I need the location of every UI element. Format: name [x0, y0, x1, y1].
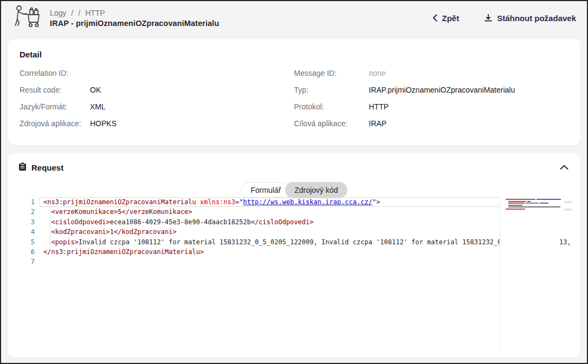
- minimap-line: [500, 209, 574, 210]
- tab-formular[interactable]: Formulář: [241, 182, 290, 198]
- code-line5-clipped-tail: 13,: [559, 237, 571, 247]
- minimap-line: [500, 206, 574, 207]
- detail-card: Detail Correlation ID:Result code:OKJazy…: [8, 39, 580, 145]
- minimap-line: [500, 201, 574, 202]
- field-value: XML: [90, 102, 106, 111]
- code-text: <kodZpracovani>1</kodZpracovani>: [35, 227, 177, 237]
- code-text: <verzeKomunikace>5</verzeKomunikace>: [35, 207, 192, 217]
- detail-field-row: Correlation ID:: [20, 69, 294, 86]
- request-card-title: Request: [31, 163, 63, 172]
- request-code-editor[interactable]: 1<ns3:prijmiOznameniOZpracovaniMaterialu…: [18, 197, 574, 352]
- detail-column-right: Message ID:noneTyp:IRAP.prijmiOznameniOZ…: [294, 69, 569, 136]
- chevron-left-icon: [432, 14, 437, 22]
- detail-card-title: Detail: [20, 50, 568, 59]
- code-lines: 1<ns3:prijmiOznameniOZpracovaniMaterialu…: [18, 197, 500, 267]
- minimap-line: [500, 203, 574, 204]
- line-number: 4: [18, 227, 35, 237]
- field-value: HTTP: [369, 102, 389, 111]
- collapse-request-button[interactable]: [559, 162, 570, 173]
- detail-field-row: Message ID:none: [294, 69, 569, 86]
- field-value: IRAP: [369, 119, 387, 128]
- app-header: Logy / / HTTP IRAP - prijmiOznameniOZpra…: [1, 1, 587, 35]
- minimap-rows: [500, 199, 574, 211]
- field-label: Result code:: [20, 86, 90, 94]
- code-line[interactable]: 6</ns3:prijmiOznameniOZpracovaniMaterial…: [18, 247, 500, 257]
- breadcrumb-item-http[interactable]: HTTP: [85, 9, 105, 17]
- line-number: 5: [18, 237, 35, 247]
- tab-zdrojovy-kod[interactable]: Zdrojový kód: [285, 182, 347, 198]
- code-text: <ns3:prijmiOznameniOZpracovaniMaterialu …: [35, 197, 380, 207]
- line-number: 7: [18, 257, 35, 266]
- back-button-label: Zpět: [442, 14, 459, 23]
- download-button-label: Stáhnout požadavek: [497, 14, 576, 23]
- line-number: 3: [18, 217, 35, 227]
- code-line[interactable]: 1<ns3:prijmiOznameniOZpracovaniMaterialu…: [18, 197, 500, 207]
- detail-field-row: Protokol:HTTP: [294, 102, 569, 119]
- back-button[interactable]: Zpět: [432, 14, 459, 23]
- code-line[interactable]: 7: [18, 257, 500, 266]
- minimap-scroll-mark: [564, 209, 572, 211]
- breadcrumb: Logy / / HTTP: [50, 9, 219, 17]
- code-text: <popis>Invalid czcpa '108112' for materi…: [35, 237, 500, 247]
- field-value: none: [369, 69, 386, 77]
- field-label: Zdrojová aplikace:: [20, 119, 90, 128]
- field-label: Protokol:: [294, 102, 369, 111]
- detail-field-row: Typ:IRAP.prijmiOznameniOZpracovaniMateri…: [294, 86, 569, 102]
- field-label: Typ:: [294, 86, 369, 94]
- code-line[interactable]: 3 <cisloOdpovedi>ecea1086-4029-45e3-8e90…: [18, 217, 500, 227]
- code-line[interactable]: 2 <verzeKomunikace>5</verzeKomunikace>: [18, 207, 500, 217]
- line-number: 1: [18, 197, 35, 207]
- field-label: Message ID:: [294, 69, 369, 77]
- detail-field-row: Cílová aplikace:IRAP: [294, 119, 569, 136]
- line-number: 2: [18, 207, 35, 217]
- code-line[interactable]: 5 <popis>Invalid czcpa '108112' for mate…: [18, 237, 500, 247]
- detail-grid: Correlation ID:Result code:OKJazyk/Formá…: [20, 69, 568, 136]
- minimap-line: [500, 205, 574, 206]
- detail-field-row: Result code:OK: [20, 86, 294, 102]
- cart-logo-icon: [12, 4, 42, 31]
- request-card-header: Request: [18, 162, 570, 173]
- clipboard-icon: [18, 162, 27, 173]
- minimap[interactable]: [500, 197, 574, 352]
- detail-column-left: Correlation ID:Result code:OKJazyk/Formá…: [20, 69, 294, 136]
- download-icon: [484, 14, 493, 22]
- breadcrumb-separator: /: [78, 9, 80, 17]
- code-text: <cisloOdpovedi>ecea1086-4029-45e3-8e90-4…: [35, 217, 314, 227]
- field-value: HOPKS: [90, 119, 117, 128]
- field-value: OK: [90, 86, 101, 94]
- breadcrumb-item-logy[interactable]: Logy: [50, 9, 66, 17]
- line-number: 6: [18, 247, 35, 257]
- breadcrumb-separator: /: [71, 9, 73, 17]
- request-view-tabs: Formulář Zdrojový kód: [18, 182, 570, 198]
- detail-field-row: Jazyk/Formát:XML: [20, 102, 294, 119]
- code-pane[interactable]: 1<ns3:prijmiOznameniOZpracovaniMaterialu…: [18, 197, 500, 352]
- field-label: Cílová aplikace:: [294, 119, 369, 128]
- detail-field-row: Zdrojová aplikace:HOPKS: [20, 119, 294, 136]
- download-request-button[interactable]: Stáhnout požadavek: [484, 14, 576, 23]
- field-value: IRAP.prijmiOznameniOZpracovaniMaterialu: [369, 86, 515, 94]
- field-label: Correlation ID:: [20, 69, 90, 77]
- code-text: [35, 257, 43, 266]
- minimap-line: [500, 199, 574, 200]
- request-card: Request Formulář Zdrojový kód 1<ns3:prij…: [8, 153, 580, 358]
- page-title: IRAP - prijmiOznameniOZpracovaniMaterial…: [50, 19, 219, 28]
- minimap-scroll-mark: [564, 201, 572, 203]
- chevron-up-icon: [560, 164, 568, 172]
- code-text: </ns3:prijmiOznameniOZpracovaniMaterialu…: [35, 247, 204, 257]
- field-label: Jazyk/Formát:: [20, 102, 90, 111]
- code-line[interactable]: 4 <kodZpracovani>1</kodZpracovani>: [18, 227, 500, 237]
